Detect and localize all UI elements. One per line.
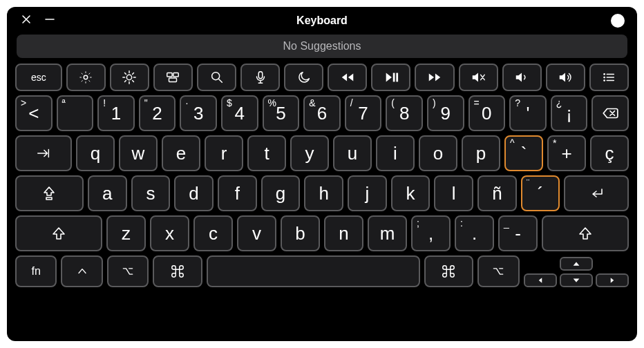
svg-rect-10: [393, 73, 395, 82]
key-comma[interactable]: ;,: [411, 215, 451, 251]
key-y[interactable]: y: [290, 135, 329, 171]
key-rewind[interactable]: [328, 64, 367, 91]
key-r[interactable]: r: [205, 135, 243, 171]
key-e[interactable]: e: [162, 135, 200, 171]
svg-rect-5: [167, 73, 172, 77]
keyboard-grid: esc >< ª !1 "2 ·3 $4 %5 &6 /7 (8: [12, 64, 632, 287]
key-enye[interactable]: ñ: [477, 175, 517, 211]
key-u[interactable]: u: [333, 135, 372, 171]
key-0[interactable]: =0: [468, 95, 506, 131]
key-left-command[interactable]: [153, 255, 202, 287]
svg-point-8: [211, 72, 219, 80]
key-right-command[interactable]: [424, 255, 474, 287]
key-k[interactable]: k: [391, 175, 430, 211]
key-apostrophe[interactable]: ?': [509, 95, 547, 131]
svg-point-4: [127, 75, 132, 79]
key-g[interactable]: g: [261, 175, 301, 211]
key-dictation[interactable]: [240, 64, 280, 91]
key-arrow-up[interactable]: [560, 257, 593, 271]
key-h[interactable]: h: [304, 175, 343, 211]
key-left-option[interactable]: [107, 255, 149, 287]
key-plus[interactable]: *+: [547, 135, 586, 171]
key-esc[interactable]: esc: [15, 64, 62, 91]
key-period[interactable]: :.: [455, 215, 494, 251]
key-fast-forward[interactable]: [415, 64, 454, 91]
key-z[interactable]: z: [106, 215, 146, 251]
suggestions-bar: No Suggestions: [17, 35, 627, 58]
key-arrow-left[interactable]: [524, 273, 557, 287]
key-c[interactable]: c: [193, 215, 233, 251]
key-2[interactable]: "2: [139, 95, 176, 131]
key-dash[interactable]: _-: [498, 215, 538, 251]
key-o[interactable]: o: [419, 135, 457, 171]
key-mute[interactable]: [459, 64, 498, 91]
key-l[interactable]: l: [434, 175, 473, 211]
key-c-cedilla[interactable]: ç: [590, 135, 629, 171]
key-control[interactable]: [61, 255, 102, 287]
svg-point-12: [604, 73, 606, 75]
key-do-not-disturb[interactable]: [284, 64, 323, 91]
suggestions-text: No Suggestions: [283, 40, 361, 52]
key-right-shift[interactable]: [542, 215, 629, 251]
key-brightness-down[interactable]: [66, 64, 106, 91]
key-b[interactable]: b: [281, 215, 320, 251]
key-tab[interactable]: [15, 135, 72, 171]
key-label: esc: [31, 72, 46, 83]
more-options-icon[interactable]: [611, 14, 625, 28]
key-j[interactable]: j: [348, 175, 387, 211]
key-angle-bracket[interactable]: ><: [15, 95, 53, 131]
key-q[interactable]: q: [76, 135, 115, 171]
key-s[interactable]: s: [131, 175, 171, 211]
arrow-key-cluster: [524, 255, 629, 287]
key-w[interactable]: w: [119, 135, 158, 171]
key-f[interactable]: f: [218, 175, 257, 211]
key-8[interactable]: (8: [386, 95, 423, 131]
key-7[interactable]: /7: [345, 95, 382, 131]
key-6[interactable]: &6: [303, 95, 341, 131]
key-v[interactable]: v: [237, 215, 276, 251]
key-list[interactable]: [589, 64, 629, 91]
key-mission-control[interactable]: [153, 64, 193, 91]
key-arrow-down[interactable]: [560, 273, 593, 287]
key-d[interactable]: d: [174, 175, 214, 211]
key-volume-down[interactable]: [502, 64, 542, 91]
key-volume-up[interactable]: [546, 64, 585, 91]
zxcv-row: z x c v b n m ;, :. _-: [15, 215, 629, 251]
key-dead-acute[interactable]: ¨´: [521, 175, 560, 211]
key-ordinal[interactable]: ª: [57, 95, 94, 131]
svg-point-1: [617, 20, 619, 22]
key-3[interactable]: ·3: [180, 95, 217, 131]
key-return[interactable]: [564, 175, 629, 211]
window-title: Keyboard: [12, 14, 632, 27]
key-m[interactable]: m: [368, 215, 407, 251]
key-a[interactable]: a: [88, 175, 127, 211]
svg-point-14: [604, 79, 606, 81]
key-9[interactable]: )9: [427, 95, 464, 131]
key-n[interactable]: n: [324, 215, 363, 251]
key-fn[interactable]: fn: [15, 255, 57, 287]
function-row: esc: [15, 64, 629, 91]
key-4[interactable]: $4: [221, 95, 258, 131]
key-right-option[interactable]: [477, 255, 519, 287]
svg-point-0: [614, 20, 616, 22]
key-space[interactable]: [207, 255, 420, 287]
asdf-row: a s d f g h j k l ñ ¨´: [15, 175, 629, 211]
key-5[interactable]: %5: [263, 95, 300, 131]
key-caps-lock[interactable]: [15, 175, 84, 211]
key-left-shift[interactable]: [15, 215, 102, 251]
key-spotlight[interactable]: [197, 64, 236, 91]
key-p[interactable]: p: [462, 135, 500, 171]
key-t[interactable]: t: [247, 135, 286, 171]
svg-rect-6: [173, 73, 178, 77]
qwerty-row: q w e r t y u i o p ^` *+ ç: [15, 135, 629, 171]
key-label: fn: [32, 265, 41, 278]
key-1[interactable]: !1: [97, 95, 135, 131]
key-x[interactable]: x: [150, 215, 189, 251]
key-dead-grave[interactable]: ^`: [504, 135, 543, 171]
key-arrow-right[interactable]: [596, 273, 629, 287]
key-inverted-exclaim[interactable]: ¿¡: [551, 95, 588, 131]
key-play-pause[interactable]: [371, 64, 410, 91]
key-backspace[interactable]: [591, 95, 629, 131]
key-i[interactable]: i: [376, 135, 415, 171]
key-brightness-up[interactable]: [110, 64, 149, 91]
